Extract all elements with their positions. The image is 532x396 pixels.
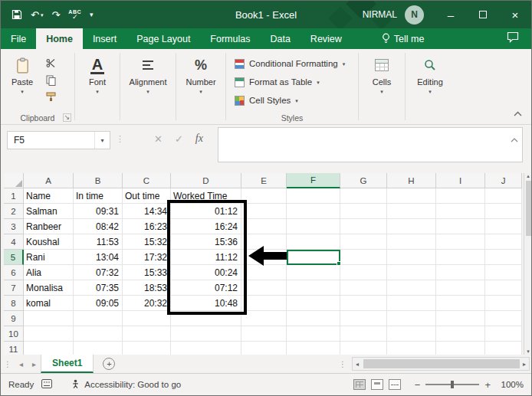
scroll-up-icon[interactable]: ▴ [527,173,530,179]
cell-J11[interactable] [485,342,522,355]
vertical-scrollbar[interactable]: ▴ ▾ [524,173,532,355]
ribbon-button-conditional-formatting[interactable]: Conditional Formatting▾ [232,55,353,72]
row-header-6[interactable]: 6 [4,265,24,280]
cell-D11[interactable] [171,342,241,355]
horizontal-scroll-thumb[interactable] [363,359,520,368]
comment-icon[interactable] [507,31,519,46]
row-header-7[interactable]: 7 [4,280,24,296]
zoom-out-icon[interactable]: − [415,380,421,390]
cell-I11[interactable] [436,342,485,355]
close-button[interactable]: × [499,1,531,28]
row-header-1[interactable]: 1 [4,188,24,204]
clipboard-dialog-launcher-icon[interactable]: ↘ [63,113,71,122]
zoom-slider-thumb[interactable] [451,381,454,388]
cell-F3[interactable] [287,219,340,234]
cell-J7[interactable] [485,280,522,296]
row-header-5[interactable]: 5 [4,250,24,265]
cell-D10[interactable] [171,326,241,342]
cell-C2[interactable]: 14:34 [123,204,171,219]
cell-A4[interactable]: Koushal [24,234,74,250]
sheet-nav-right-icon[interactable]: ▸ [28,355,41,373]
cell-F2[interactable] [287,204,340,219]
sheet-bar-grip-icon[interactable]: ⋮ [1,355,15,373]
row-header-4[interactable]: 4 [4,234,24,250]
cell-B3[interactable]: 08:42 [74,219,123,234]
cell-G11[interactable] [340,342,387,355]
cell-H11[interactable] [387,342,436,355]
cell-F8[interactable] [287,296,340,311]
ribbon-button-format-as-table[interactable]: Format as Table▾ [232,74,353,90]
scroll-down-icon[interactable]: ▾ [527,349,530,355]
redo-icon[interactable]: ↷ [51,10,60,20]
name-box-dropdown-icon[interactable]: ▾ [94,132,110,149]
col-header-H[interactable]: H [387,173,436,188]
cell-C4[interactable]: 15:32 [123,234,171,250]
cell-H7[interactable] [387,280,436,296]
cell-B2[interactable]: 09:31 [74,204,123,219]
cell-H3[interactable] [387,219,436,234]
cell-A5[interactable]: Rani [24,250,74,265]
cell-J2[interactable] [485,204,522,219]
cell-G7[interactable] [340,280,387,296]
minimize-button[interactable]: – [435,1,467,28]
ribbon-tab-review[interactable]: Review [300,28,352,49]
col-header-E[interactable]: E [241,173,287,188]
save-icon[interactable] [11,9,22,20]
cell-E2[interactable] [241,204,287,219]
vertical-scroll-thumb[interactable] [526,181,531,236]
cell-C1[interactable]: Out time [123,188,171,204]
cell-H6[interactable] [387,265,436,280]
ribbon-tab-insert[interactable]: Insert [83,28,126,49]
editing-group-button[interactable]: Editing ▾ [411,53,449,97]
cell-F6[interactable] [287,265,340,280]
paste-button[interactable]: Paste ▾ [6,53,38,113]
cell-J1[interactable] [485,188,522,204]
cell-H5[interactable] [387,250,436,265]
cell-C5[interactable]: 17:32 [123,250,171,265]
cell-E1[interactable] [241,188,287,204]
spellcheck-icon[interactable]: ABC ✓ [68,9,81,21]
alignment-group-button[interactable]: Alignment ▾ [126,53,170,97]
cell-A3[interactable]: Ranbeer [24,219,74,234]
cell-I1[interactable] [436,188,485,204]
cell-B7[interactable]: 07:35 [74,280,123,296]
cell-B9[interactable] [74,311,123,326]
copy-icon[interactable] [44,74,57,86]
zoom-slider[interactable] [425,384,479,385]
sheet-tab-sheet1[interactable]: Sheet1 [41,355,94,373]
col-header-D[interactable]: D [171,173,241,188]
cell-C9[interactable] [123,311,171,326]
col-header-C[interactable]: C [123,173,171,188]
cell-J10[interactable] [485,326,522,342]
cell-F4[interactable] [287,234,340,250]
cell-E3[interactable] [241,219,287,234]
select-all-corner[interactable] [4,173,24,188]
cell-B10[interactable] [74,326,123,342]
cell-F10[interactable] [287,326,340,342]
cell-J5[interactable] [485,250,522,265]
cell-C8[interactable]: 20:32 [123,296,171,311]
cell-G8[interactable] [340,296,387,311]
cell-I2[interactable] [436,204,485,219]
cell-G4[interactable] [340,234,387,250]
ribbon-tab-file[interactable]: File [1,28,36,49]
cell-B8[interactable]: 09:05 [74,296,123,311]
zoom-in-icon[interactable]: + [484,380,491,390]
name-box[interactable]: F5 ▾ [7,131,110,149]
collapse-ribbon-chevron-icon[interactable] [514,106,522,119]
cell-F11[interactable] [287,342,340,355]
cell-F7[interactable] [287,280,340,296]
col-header-G[interactable]: G [340,173,387,188]
cell-H10[interactable] [387,326,436,342]
ribbon-tab-tell-me[interactable]: Tell me [372,28,435,49]
accessibility-status[interactable]: Accessibility: Good to go [84,380,181,389]
cell-H2[interactable] [387,204,436,219]
cell-I9[interactable] [436,311,485,326]
page-break-view-icon[interactable] [389,379,401,390]
cell-H9[interactable] [387,311,436,326]
col-header-B[interactable]: B [74,173,123,188]
cell-H1[interactable] [387,188,436,204]
cell-B11[interactable] [74,342,123,355]
cell-H8[interactable] [387,296,436,311]
undo-icon[interactable]: ↶▾ [31,10,43,20]
